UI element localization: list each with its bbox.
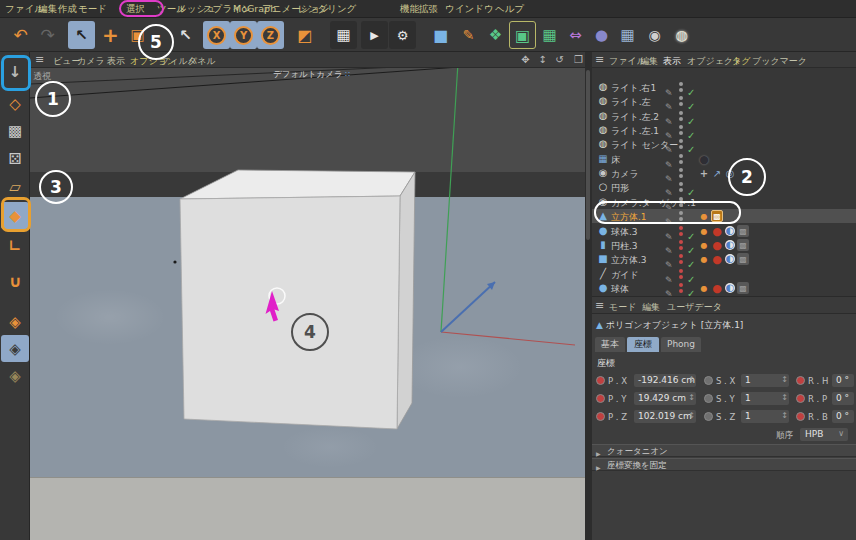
tab-coordinates[interactable]: 座標 <box>627 337 659 352</box>
y-axis-lock-button[interactable]: Y <box>230 21 257 49</box>
spinner-icon[interactable]: ↕ <box>688 411 695 420</box>
object-row[interactable]: 床 <box>592 152 856 166</box>
enabled-check-icon[interactable] <box>687 124 697 136</box>
live-selection-tool[interactable] <box>68 21 95 49</box>
toggle-layout-icon[interactable]: ❐ <box>571 54 586 67</box>
menu-help[interactable]: ヘルプ <box>495 3 524 16</box>
enabled-check-icon[interactable] <box>687 81 697 93</box>
texture-tag-icon[interactable] <box>724 282 736 294</box>
keyframe-dot-sz[interactable] <box>704 412 713 421</box>
render-view-button[interactable] <box>330 21 357 49</box>
am-menu-mode[interactable]: モード <box>609 301 636 314</box>
edit-toggle-icon[interactable] <box>665 138 676 150</box>
phong-tag-icon[interactable] <box>698 225 710 237</box>
material-tag-icon[interactable] <box>711 225 723 237</box>
selection-tag-icon[interactable] <box>737 282 749 294</box>
edit-toggle-icon[interactable] <box>665 239 676 251</box>
spline-pen-button[interactable] <box>455 21 482 49</box>
composition-tag-icon[interactable] <box>698 167 710 179</box>
enabled-check-icon[interactable] <box>687 181 697 193</box>
selection-tag-icon[interactable] <box>737 225 749 237</box>
model-mode-button[interactable] <box>1 90 29 117</box>
sz-field[interactable]: 1↕ <box>741 410 789 423</box>
redo-button[interactable] <box>34 21 61 49</box>
visibility-dots[interactable] <box>679 226 684 237</box>
texture-mode-button[interactable] <box>1 117 29 144</box>
visibility-dots[interactable] <box>679 111 684 122</box>
generator-button[interactable] <box>509 21 536 49</box>
axis-mode-button[interactable] <box>1 232 29 259</box>
edit-toggle-icon[interactable] <box>665 225 676 237</box>
texture-tag-icon[interactable] <box>724 253 736 265</box>
px-field[interactable]: -192.416 cm↕ <box>634 374 696 387</box>
render-picture-viewer-button[interactable] <box>361 21 388 49</box>
enabled-check-icon[interactable] <box>687 253 697 265</box>
visibility-dots[interactable] <box>679 168 684 179</box>
menu-create[interactable]: 作成 <box>58 3 77 16</box>
edit-toggle-icon[interactable] <box>665 268 676 280</box>
enabled-check-icon[interactable] <box>687 225 697 237</box>
scrollbar-handle[interactable] <box>586 70 590 240</box>
menu-window[interactable]: ウインドウ <box>445 3 494 16</box>
enabled-check-icon[interactable] <box>687 110 697 122</box>
edit-toggle-icon[interactable] <box>665 81 676 93</box>
enabled-check-icon[interactable] <box>687 239 697 251</box>
subdivision-surface-button[interactable] <box>482 21 509 49</box>
keyframe-dot-rb[interactable] <box>796 412 805 421</box>
camera-name-label[interactable]: デフォルトカメラ ∷ <box>273 69 350 81</box>
texture-tag-icon[interactable] <box>724 239 736 251</box>
quaternion-fold[interactable]: クォータニオン <box>592 444 856 457</box>
visibility-dots[interactable] <box>679 96 684 107</box>
points-mode-button[interactable] <box>1 145 29 172</box>
order-dropdown[interactable]: HPB∨ <box>800 428 848 441</box>
edit-toggle-icon[interactable] <box>665 95 676 107</box>
enabled-check-icon[interactable] <box>687 95 697 107</box>
object-row[interactable]: ライト.左.1 <box>592 123 856 137</box>
scene-light-button[interactable] <box>668 21 695 49</box>
om-menu-display[interactable]: 表示 <box>663 55 681 68</box>
pan-view-icon[interactable]: ✥ <box>518 54 533 67</box>
visibility-dots[interactable] <box>679 154 684 165</box>
menu-extensions[interactable]: 機能拡張 <box>400 3 438 16</box>
sy-field[interactable]: 1↕ <box>741 392 789 405</box>
phong-tag-icon[interactable] <box>698 253 710 265</box>
am-hamburger-icon[interactable]: ≡ <box>595 299 604 312</box>
object-row[interactable]: ライト.左.2 <box>592 109 856 123</box>
menu-edit[interactable]: 編集 <box>38 3 57 16</box>
om-menu-tags[interactable]: タグ <box>732 55 750 68</box>
keyframe-dot-pz[interactable] <box>596 412 605 421</box>
object-row[interactable]: 円形 <box>592 180 856 194</box>
material-tag-icon[interactable] <box>711 253 723 265</box>
edge-mode-button[interactable] <box>1 173 29 200</box>
enabled-check-icon[interactable] <box>687 268 697 280</box>
object-row[interactable]: 立方体.3 <box>592 252 856 266</box>
snap-magnet-button[interactable] <box>1 268 29 295</box>
volume-button[interactable] <box>536 21 563 49</box>
lock-workplane-button[interactable] <box>1 335 29 362</box>
freeze-transform-fold[interactable]: 座標変換を固定 <box>592 458 856 471</box>
keyframe-dot-sx[interactable] <box>704 376 713 385</box>
visibility-dots[interactable] <box>679 254 684 265</box>
symmetry-button[interactable] <box>562 21 589 49</box>
move-tool[interactable] <box>97 21 124 49</box>
visibility-dots[interactable] <box>679 182 684 193</box>
x-axis-lock-button[interactable]: X <box>203 21 230 49</box>
environment-floor-button[interactable] <box>614 21 641 49</box>
tab-basic[interactable]: 基本 <box>595 337 625 352</box>
menu-mode[interactable]: モード <box>78 3 107 16</box>
rb-field[interactable]: 0 ° <box>832 410 854 423</box>
object-row[interactable]: ライト.左 <box>592 94 856 108</box>
spinner-icon[interactable]: ↕ <box>688 375 695 384</box>
spinner-icon[interactable]: ↕ <box>781 411 788 420</box>
coordinate-system-button[interactable] <box>291 21 318 49</box>
om-menu-edit[interactable]: 編集 <box>640 55 658 68</box>
visibility-dots[interactable] <box>679 139 684 150</box>
pz-field[interactable]: 102.019 cm↕ <box>634 410 696 423</box>
visibility-dots[interactable] <box>679 125 684 136</box>
keyframe-dot-sy[interactable] <box>704 394 713 403</box>
scene-camera-button[interactable] <box>641 21 668 49</box>
edit-toggle-icon[interactable] <box>665 167 676 179</box>
visibility-dots[interactable] <box>679 82 684 93</box>
render-settings-button[interactable] <box>389 21 416 49</box>
snap-workplane-button[interactable] <box>1 362 29 389</box>
